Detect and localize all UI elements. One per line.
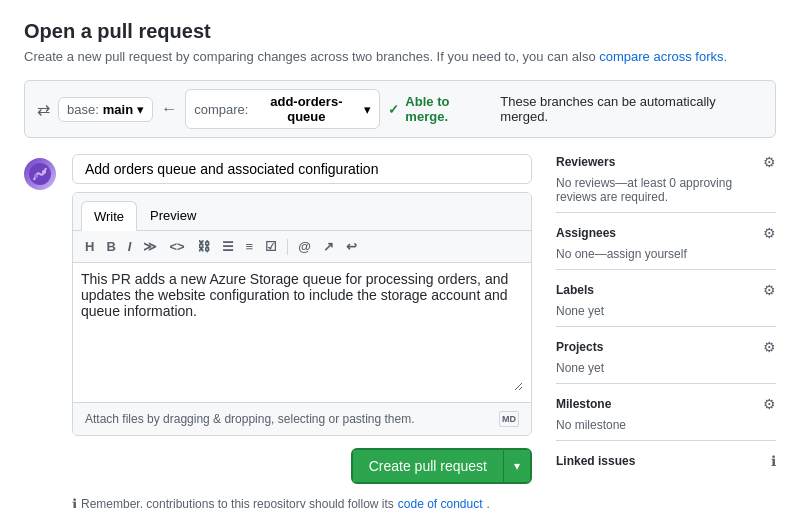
toolbar-reply[interactable]: ↩ bbox=[342, 237, 361, 256]
projects-section-header: Projects ⚙ bbox=[556, 326, 776, 361]
reviewers-gear-button[interactable]: ⚙ bbox=[763, 154, 776, 170]
svg-point-1 bbox=[34, 174, 38, 178]
reviewers-content: No reviews—at least 0 approving reviews … bbox=[556, 176, 776, 212]
editor-toolbar: H B I ≫ <> ⛓ ☰ ≡ ☑ @ ↗ ↩ bbox=[73, 231, 531, 263]
toolbar-heading[interactable]: H bbox=[81, 237, 98, 256]
reviewers-title: Reviewers bbox=[556, 155, 615, 169]
page-title: Open a pull request bbox=[24, 20, 776, 43]
milestone-title: Milestone bbox=[556, 397, 611, 411]
toolbar-bold[interactable]: B bbox=[102, 237, 119, 256]
assignees-section-header: Assignees ⚙ bbox=[556, 212, 776, 247]
avatar bbox=[24, 158, 56, 190]
toolbar-italic[interactable]: I bbox=[124, 237, 136, 256]
assignees-gear-button[interactable]: ⚙ bbox=[763, 225, 776, 241]
svg-point-2 bbox=[42, 170, 46, 174]
editor-wrapper: Write Preview H B I ≫ <> ⛓ ☰ ≡ ☑ bbox=[72, 192, 532, 436]
editor-body[interactable] bbox=[73, 263, 531, 402]
labels-content: None yet bbox=[556, 304, 776, 326]
attach-text: Attach files by dragging & dropping, sel… bbox=[85, 412, 415, 426]
merge-status: ✓ Able to merge. These branches can be a… bbox=[388, 94, 763, 124]
linked-issues-info-button[interactable]: ℹ bbox=[771, 453, 776, 469]
reviewers-section-header: Reviewers ⚙ bbox=[556, 154, 776, 176]
linked-issues-title: Linked issues bbox=[556, 454, 635, 468]
pr-form: Write Preview H B I ≫ <> ⛓ ☰ ≡ ☑ bbox=[72, 154, 532, 508]
editor-tabs: Write Preview bbox=[73, 193, 531, 231]
create-btn-wrapper: Create pull request ▾ bbox=[351, 448, 532, 484]
create-pull-request-button[interactable]: Create pull request bbox=[353, 450, 504, 482]
milestone-gear-button[interactable]: ⚙ bbox=[763, 396, 776, 412]
swap-icon: ⇄ bbox=[37, 100, 50, 119]
labels-section-header: Labels ⚙ bbox=[556, 269, 776, 304]
projects-content: None yet bbox=[556, 361, 776, 383]
tab-preview[interactable]: Preview bbox=[137, 201, 209, 230]
pr-body-textarea[interactable] bbox=[81, 271, 523, 391]
tab-write[interactable]: Write bbox=[81, 201, 137, 231]
pr-title-input[interactable] bbox=[72, 154, 532, 184]
assignees-title: Assignees bbox=[556, 226, 616, 240]
branch-arrow-icon: ← bbox=[161, 100, 177, 118]
action-row: Create pull request ▾ bbox=[72, 448, 532, 484]
toolbar-ref[interactable]: ↗ bbox=[319, 237, 338, 256]
projects-gear-button[interactable]: ⚙ bbox=[763, 339, 776, 355]
info-icon: ℹ bbox=[72, 496, 77, 508]
code-of-conduct-link[interactable]: code of conduct bbox=[398, 497, 483, 508]
compare-branch-selector[interactable]: compare: add-orders-queue ▾ bbox=[185, 89, 380, 129]
footer-note: ℹ Remember, contributions to this reposi… bbox=[72, 496, 532, 508]
branch-bar: ⇄ base: main ▾ ← compare: add-orders-que… bbox=[24, 80, 776, 138]
left-panel: Write Preview H B I ≫ <> ⛓ ☰ ≡ ☑ bbox=[24, 154, 532, 508]
toolbar-task-list[interactable]: ☑ bbox=[261, 237, 281, 256]
projects-title: Projects bbox=[556, 340, 603, 354]
toolbar-link[interactable]: ⛓ bbox=[193, 237, 214, 256]
main-layout: Write Preview H B I ≫ <> ⛓ ☰ ≡ ☑ bbox=[24, 154, 776, 508]
page-subtitle: Create a new pull request by comparing c… bbox=[24, 49, 776, 64]
milestone-section-header: Milestone ⚙ bbox=[556, 383, 776, 418]
markdown-icon: MD bbox=[499, 411, 519, 427]
labels-gear-button[interactable]: ⚙ bbox=[763, 282, 776, 298]
assignees-content: No one—assign yourself bbox=[556, 247, 776, 269]
compare-forks-link[interactable]: compare across forks bbox=[599, 49, 723, 64]
toolbar-mention[interactable]: @ bbox=[294, 237, 315, 256]
toolbar-code[interactable]: <> bbox=[165, 237, 188, 256]
milestone-content: No milestone bbox=[556, 418, 776, 440]
toolbar-separator bbox=[287, 239, 288, 255]
create-btn-dropdown[interactable]: ▾ bbox=[504, 450, 530, 482]
right-panel: Reviewers ⚙ No reviews—at least 0 approv… bbox=[556, 154, 776, 508]
toolbar-quote[interactable]: ≫ bbox=[139, 237, 161, 256]
toolbar-bullet-list[interactable]: ☰ bbox=[218, 237, 238, 256]
toolbar-num-list[interactable]: ≡ bbox=[242, 237, 258, 256]
base-branch-selector[interactable]: base: main ▾ bbox=[58, 97, 153, 122]
labels-title: Labels bbox=[556, 283, 594, 297]
linked-issues-section-header: Linked issues ℹ bbox=[556, 440, 776, 475]
check-icon: ✓ bbox=[388, 102, 399, 117]
attach-bar: Attach files by dragging & dropping, sel… bbox=[73, 402, 531, 435]
